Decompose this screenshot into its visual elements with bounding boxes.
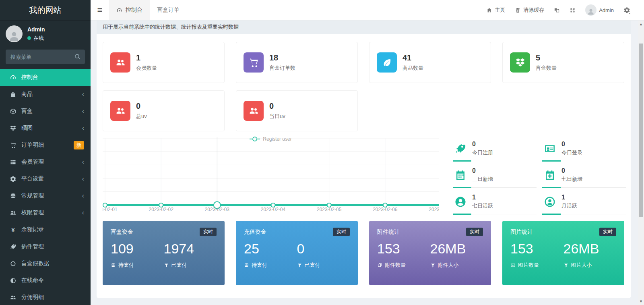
stat-card-blindboxes: 5盲盒数量 — [502, 42, 624, 83]
gear-icon — [10, 176, 17, 183]
sidebar: 我的网站 Admin 在线 控制台 商品‹ 盲盒‹ 晒图‹ 订单明细新 — [0, 0, 91, 305]
gauge-icon — [10, 74, 17, 81]
summary-card-recharge-funds: 充值资金实时 25 待支付 0 已支付 — [236, 221, 358, 285]
chevron-left-icon: ‹ — [82, 193, 84, 199]
svg-text:2023-02-03: 2023-02-03 — [205, 207, 230, 212]
mini-stat-active-month: 1月活跃 — [542, 189, 626, 214]
sidebar-item-platform-settings[interactable]: 平台设置‹ — [0, 170, 91, 187]
scrollbar-thumb[interactable] — [639, 44, 643, 217]
users-icon — [110, 101, 130, 121]
yen-icon: ¥ — [10, 226, 17, 233]
language-button[interactable] — [554, 7, 560, 13]
tab-blindbox-orders[interactable]: 盲盒订单 — [150, 0, 187, 20]
rocket-icon — [10, 243, 17, 250]
chevron-left-icon: ‹ — [82, 108, 84, 114]
filter-icon — [297, 263, 302, 268]
chart-canvas[interactable]: 2023-02-012023-02-022023-02-032023-02-04… — [103, 135, 439, 214]
database-icon — [111, 263, 116, 268]
sidebar-item-orders[interactable]: 订单明细新 — [0, 137, 91, 154]
vertical-scrollbar[interactable]: ▲ ▼ — [638, 20, 644, 305]
filter-icon — [430, 263, 436, 268]
stat-card-total-uv: 0总uv — [103, 90, 225, 131]
list-icon — [10, 159, 17, 166]
sidebar-item-balance[interactable]: ¥ 余额记录 — [0, 221, 91, 238]
user-name: Admin — [27, 26, 45, 33]
sidebar-item-online-command[interactable]: 在线命令 — [0, 272, 91, 289]
id-card-icon — [544, 143, 556, 155]
database-icon — [244, 263, 249, 268]
filter-icon — [164, 263, 169, 268]
adjust-icon — [10, 277, 17, 284]
summary-card-blindbox-funds: 盲盒资金实时 109 待支付 1974 已支付 — [103, 221, 225, 285]
svg-text:2023-02-07: 2023-02-07 — [429, 207, 439, 212]
user-status: 在线 — [33, 35, 44, 42]
user-circle-o-icon — [544, 196, 556, 208]
clear-cache-button[interactable]: 清除缓存 — [515, 6, 544, 14]
users-icon — [10, 210, 17, 216]
sidebar-item-general[interactable]: 常规管理‹ — [0, 187, 91, 204]
topbar-user[interactable]: Admin — [585, 4, 614, 16]
home-button[interactable]: 主页 — [486, 6, 505, 14]
sidebar-item-photos[interactable]: 晒图‹ — [0, 120, 91, 137]
copy-icon — [377, 263, 382, 268]
sidebar-item-blindbox[interactable]: 盲盒‹ — [0, 103, 91, 120]
leaf-icon — [377, 52, 397, 73]
hamburger-menu-icon[interactable]: ≡ — [91, 0, 109, 20]
summary-card-images: 图片统计实时 153 图片数量 26MB 图片大小 — [502, 221, 624, 285]
svg-text:2023-02-05: 2023-02-05 — [317, 207, 342, 212]
search-icon[interactable] — [74, 53, 81, 60]
sidebar-item-fake-data[interactable]: 盲盒假数据 — [0, 255, 91, 272]
mini-stat-active-7days: 1七日活跃 — [453, 189, 537, 214]
users-icon — [110, 52, 130, 73]
calendar-icon — [454, 169, 466, 181]
sidebar-item-members[interactable]: 会员管理‹ — [0, 154, 91, 170]
svg-text:2023-02-01: 2023-02-01 — [103, 207, 118, 212]
page-description: 用于展示当前系统中的统计数据、统计报表及重要实时数据 — [97, 20, 631, 34]
sidebar-item-dashboard[interactable]: 控制台 — [0, 69, 91, 86]
home-icon — [486, 7, 492, 13]
bag-icon — [10, 91, 17, 98]
realtime-badge: 实时 — [599, 228, 616, 236]
sidebar-item-commission[interactable]: 分佣明细 — [0, 289, 91, 305]
register-user-chart[interactable]: Register user 2023-02-012023-02-022023-0… — [103, 135, 439, 214]
dropbox-icon — [510, 52, 530, 73]
topbar: ≡ 控制台 盲盒订单 主页 清除缓存 Admin — [91, 0, 644, 21]
trash-icon — [515, 7, 521, 13]
stat-card-daily-uv: 0当日uv — [236, 90, 358, 131]
realtime-badge: 实时 — [200, 228, 217, 236]
topbar-user-name: Admin — [599, 7, 614, 13]
dropbox-icon — [10, 125, 17, 132]
sidebar-item-plugins[interactable]: 插件管理 — [0, 238, 91, 255]
image-icon — [510, 263, 516, 268]
main-panel: 用于展示当前系统中的统计数据、统计报表及重要实时数据 1会员数量 18盲盒订单数… — [97, 20, 631, 298]
settings-button[interactable] — [623, 7, 630, 14]
cart-icon — [10, 142, 17, 149]
search-input[interactable] — [6, 50, 85, 64]
sidebar-item-permissions[interactable]: 权限管理‹ — [0, 204, 91, 221]
sidebar-menu: 控制台 商品‹ 盲盒‹ 晒图‹ 订单明细新 会员管理‹ 平台设置‹ 常规管理‹ — [0, 69, 91, 305]
chevron-left-icon: ‹ — [82, 159, 84, 165]
users-icon — [10, 294, 17, 301]
svg-text:2023-02-04: 2023-02-04 — [261, 207, 286, 212]
chevron-left-icon: ‹ — [82, 210, 84, 216]
fullscreen-button[interactable] — [570, 7, 576, 13]
users-icon — [244, 101, 264, 121]
avatar — [6, 25, 23, 42]
stat-card-members: 1会员数量 — [103, 42, 225, 83]
chevron-left-icon: ‹ — [82, 125, 84, 131]
mini-stat-new-3days: 0三日新增 — [453, 163, 537, 188]
realtime-badge: 实时 — [466, 228, 483, 236]
user-circle-icon — [454, 196, 466, 208]
stat-card-goods: 41商品数量 — [369, 42, 491, 83]
scroll-down-icon[interactable]: ▼ — [638, 298, 644, 304]
cube-icon — [10, 108, 17, 115]
database-icon — [10, 193, 17, 199]
mini-stats-grid: 0今日注册 0今日登录 0三日新增 0七日新增 1七日活跃 1月活跃 — [453, 136, 626, 214]
mini-stat-login-today: 0今日登录 — [542, 136, 626, 161]
svg-text:2023-02-02: 2023-02-02 — [149, 207, 173, 212]
tab-dashboard[interactable]: 控制台 — [109, 0, 150, 20]
scroll-up-icon[interactable]: ▲ — [638, 21, 644, 27]
new-badge: 新 — [74, 141, 84, 149]
expand-icon — [570, 7, 576, 13]
sidebar-item-goods[interactable]: 商品‹ — [0, 86, 91, 103]
